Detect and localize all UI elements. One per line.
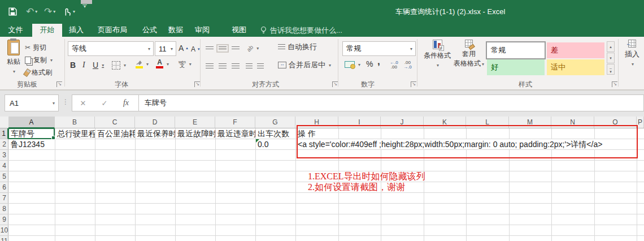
name-box-dropdown-icon[interactable]: ▾ (49, 101, 58, 106)
decrease-indent-icon[interactable] (246, 63, 253, 70)
column-header-P[interactable]: P (637, 117, 644, 128)
cell-E1[interactable]: 最近故障时 (176, 128, 215, 139)
row-header-4[interactable]: 4 (0, 161, 8, 171)
cell-style-good[interactable]: 好 (487, 59, 545, 75)
column-header-O[interactable]: O (594, 117, 637, 128)
row-header-1[interactable]: 1 (0, 128, 8, 139)
redo-dropdown-icon[interactable]: ▾ (53, 9, 55, 14)
tab-view[interactable]: 视图 (225, 24, 253, 37)
align-right-icon[interactable] (232, 63, 240, 70)
tab-formulas[interactable]: 公式 (136, 24, 163, 37)
column-header-B[interactable]: B (55, 117, 95, 128)
tab-page-layout[interactable]: 页面布局 (92, 24, 133, 37)
row-header-6[interactable]: 6 (0, 182, 8, 193)
undo-dropdown-icon[interactable]: ▾ (35, 9, 37, 14)
column-header-J[interactable]: J (381, 117, 424, 128)
accounting-format-button[interactable] (345, 59, 360, 70)
paste-button[interactable]: 粘贴 ▾ (3, 40, 24, 75)
increase-indent-icon[interactable] (257, 63, 264, 70)
cell-D1[interactable]: 最近保养时 (136, 128, 175, 139)
column-header-I[interactable]: I (338, 117, 381, 128)
font-dialog-launcher[interactable] (194, 81, 200, 87)
tab-data[interactable]: 数据 (162, 24, 189, 37)
font-size-dropdown-icon[interactable]: ▾ (168, 46, 176, 51)
align-middle-icon[interactable] (219, 46, 227, 50)
comma-style-button[interactable]: , (377, 56, 380, 67)
row-header-7[interactable]: 7 (0, 193, 8, 204)
gallery-more-button[interactable]: ‒▾ (607, 64, 615, 75)
copy-button[interactable]: 复制 (25, 54, 53, 66)
touch-mode-dropdown-icon[interactable]: ▾ (73, 9, 75, 14)
row-header-9[interactable]: 9 (0, 214, 8, 225)
cut-button[interactable]: ✂ 剪切 (25, 42, 46, 53)
cell-F1[interactable]: 最近违章时 (216, 128, 255, 139)
column-header-K[interactable]: K (424, 117, 466, 128)
grow-font-button[interactable]: A▴ (179, 42, 188, 54)
column-header-D[interactable]: D (135, 117, 175, 128)
gallery-scroll-down[interactable]: ▾ (607, 53, 615, 63)
cell-H2[interactable]: <a style='color:#409eff ;height:28px;wid… (296, 139, 637, 149)
number-dialog-launcher[interactable] (411, 81, 416, 87)
formula-bar-splitter[interactable]: ⋮ (62, 98, 69, 106)
gallery-scroll-up[interactable]: ▴ (607, 41, 615, 52)
conditional-formatting-button[interactable]: 条件格式 ▾ (421, 40, 453, 68)
number-format-combo[interactable]: 常规 ▾ (342, 41, 416, 56)
format-painter-button[interactable]: 格式刷 (25, 67, 52, 78)
enter-icon[interactable]: ✓ (94, 99, 115, 107)
increase-decimal-button[interactable]: ←.0.00 (390, 59, 398, 71)
format-as-table-button[interactable]: 套用 表格格式▾ (453, 40, 485, 68)
row-header-11[interactable]: 11 (0, 236, 8, 241)
insert-cells-button[interactable]: 插入 ▾ (620, 40, 644, 67)
tab-review[interactable]: 审阅 (189, 24, 216, 37)
cancel-icon[interactable]: ✕ (72, 99, 94, 107)
font-size-combo[interactable]: 11 ▾ (155, 41, 176, 56)
orientation-button[interactable]: ab (247, 42, 259, 54)
font-name-dropdown-icon[interactable]: ▾ (145, 46, 153, 51)
paste-dropdown-icon[interactable]: ▾ (13, 69, 15, 74)
row-header-3[interactable]: 3 (0, 150, 8, 161)
customize-qat-button[interactable]: ▾ (82, 5, 87, 18)
insert-function-icon[interactable]: fx (115, 98, 137, 107)
percent-style-button[interactable]: % (366, 58, 373, 70)
font-name-combo[interactable]: 等线 ▾ (68, 41, 154, 56)
row-header-5[interactable]: 5 (0, 171, 8, 182)
decrease-decimal-button[interactable]: .00→.0 (403, 59, 412, 71)
column-header-E[interactable]: E (175, 117, 215, 128)
row-header-8[interactable]: 8 (0, 204, 8, 214)
align-top-icon[interactable] (206, 46, 214, 50)
active-cell-selection[interactable] (8, 128, 55, 139)
fill-color-button[interactable] (136, 58, 149, 70)
column-header-G[interactable]: G (255, 117, 295, 128)
bold-button[interactable]: B (70, 59, 76, 71)
cell-H1[interactable]: 操 作 (296, 128, 338, 139)
row-header-10[interactable]: 10 (0, 225, 8, 236)
column-header-N[interactable]: N (551, 117, 594, 128)
styles-dialog-launcher[interactable] (612, 81, 617, 87)
cell-style-normal[interactable]: 常规 (487, 42, 545, 58)
tell-me-box[interactable]: 告诉我您想要做什么... (260, 24, 342, 37)
align-left-icon[interactable] (206, 63, 214, 70)
alignment-dialog-launcher[interactable] (332, 81, 338, 87)
align-bottom-icon[interactable] (232, 46, 240, 50)
align-center-icon[interactable] (219, 63, 227, 70)
column-header-M[interactable]: M (509, 117, 551, 128)
column-header-A[interactable]: A (8, 117, 55, 128)
cell-style-bad[interactable]: 差 (547, 42, 604, 58)
column-header-L[interactable]: L (466, 117, 509, 128)
shrink-font-button[interactable]: A▾ (191, 44, 200, 55)
cell-A2[interactable]: 鲁J12345 (9, 139, 55, 149)
column-header-F[interactable]: F (215, 117, 255, 128)
cell-style-neutral[interactable]: 适中 (547, 59, 604, 75)
clipboard-dialog-launcher[interactable] (56, 81, 62, 87)
formula-input[interactable]: 车牌号 (139, 94, 644, 111)
cell-G1[interactable]: 出车次数 (256, 128, 295, 139)
column-header-C[interactable]: C (95, 117, 135, 128)
underline-button[interactable]: U (93, 59, 104, 71)
name-box[interactable]: A1 ▾ (5, 94, 59, 111)
merge-center-button[interactable]: ↔ 合并后居中 (278, 59, 331, 71)
wrap-text-button[interactable]: 自动换行 (278, 41, 317, 53)
save-icon[interactable] (8, 5, 18, 18)
cell-B1[interactable]: 总行驶里程 (55, 128, 95, 139)
tab-file[interactable]: 文件 (0, 24, 31, 37)
tab-home[interactable]: 开始 (32, 24, 62, 37)
